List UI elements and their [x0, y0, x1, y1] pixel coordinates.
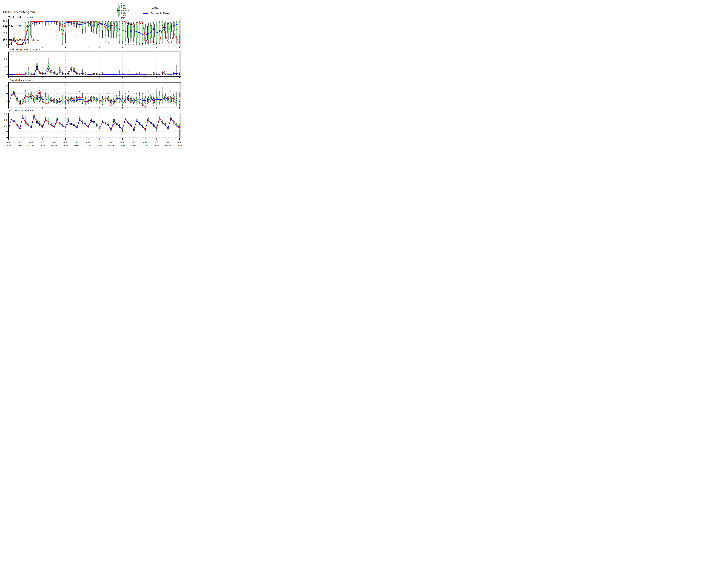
- legend-control-label: Control: [151, 7, 159, 9]
- xtick-day-label: 20Dec: [62, 144, 69, 147]
- xtick-day-label: 22Dec: [85, 144, 92, 147]
- xtick-hour-label: 00Z: [109, 141, 113, 144]
- precip-ytick-label: 20: [4, 58, 7, 60]
- xtick-day-label: 15Dec: [5, 144, 12, 147]
- xtick-day-label: 17Dec: [28, 144, 35, 147]
- xtick-hour-label: 00Z: [143, 141, 147, 144]
- legend-ensemble-mean: Ensemble Mean: [143, 12, 170, 15]
- xtick-day-label: 25Dec: [119, 144, 126, 147]
- wind-ytick-label: 4: [6, 92, 7, 95]
- xtick-day-label: 29Dec: [165, 144, 172, 147]
- xtick-day-label: 30Dec: [176, 144, 182, 147]
- temp-ytick-label: 22: [4, 136, 7, 139]
- legend-label-min: min: [121, 17, 129, 19]
- temp-ytick-label: 30: [4, 113, 7, 116]
- xtick-hour-label: 00Z: [177, 141, 182, 144]
- xtick-hour-label: 00Z: [155, 141, 159, 144]
- xtick-hour-label: 00Z: [166, 141, 170, 144]
- cloud-ytick-label: 0: [6, 44, 7, 46]
- xtick-hour-label: 00Z: [52, 141, 56, 144]
- xtick-day-label: 27Dec: [142, 144, 149, 147]
- legend-ensemble-mean-label: Ensemble Mean: [151, 12, 170, 15]
- xtick-hour-label: 00Z: [6, 141, 10, 144]
- temperature-plot: 222426283000Z15Dec00Z16Dec00Z17Dec00Z18D…: [0, 113, 182, 147]
- cloud-ytick-label: 100: [3, 20, 7, 22]
- wind-ytick-label: 6: [6, 84, 7, 87]
- legend-label-75: 75%: [121, 7, 129, 9]
- legend-label-10: 10%: [121, 14, 129, 17]
- precip-ytick-label: 10: [4, 66, 7, 68]
- xtick-hour-label: 00Z: [63, 141, 68, 144]
- boxplot-legend-labels: max 90% 75% median 25% 10% min: [121, 2, 129, 19]
- cloud-ytick-label: 50: [4, 32, 7, 34]
- temp-ytick-label: 26: [4, 125, 7, 127]
- xtick-hour-label: 00Z: [121, 141, 125, 144]
- precip-panel-title: Total precipitation (mm/6h): [8, 48, 40, 51]
- page-title: CMA-GEPS meteogram: [3, 10, 39, 15]
- cloud-cover-plot: 0255075100: [0, 19, 182, 49]
- xtick-hour-label: 00Z: [18, 141, 22, 144]
- xtick-day-label: 28Dec: [153, 144, 160, 147]
- xtick-hour-label: 00Z: [75, 141, 79, 144]
- temp-ytick-label: 24: [4, 130, 7, 133]
- cloud-ytick-label: 25: [4, 38, 7, 40]
- xtick-hour-label: 00Z: [41, 141, 45, 144]
- cloud-panel-title: Total cloud cover (%): [8, 16, 33, 19]
- legend-label-90: 90%: [121, 5, 129, 7]
- wind-boxes: [11, 85, 180, 106]
- xtick-hour-label: 00Z: [86, 141, 90, 144]
- cloud-ytick-label: 75: [4, 26, 7, 28]
- xtick-day-label: 16Dec: [17, 144, 23, 147]
- legend-label-max: max: [121, 2, 129, 5]
- xtick-day-label: 19Dec: [51, 144, 57, 147]
- xtick-hour-label: 00Z: [98, 141, 102, 144]
- precip-ytick-label: 0: [6, 73, 7, 76]
- xtick-hour-label: 00Z: [29, 141, 33, 144]
- precip-boxes: [11, 53, 180, 75]
- meteogram-page: CMA-GEPS meteogram Galle 6.03°N 80.22°E …: [0, 0, 182, 147]
- xtick-hour-label: 00Z: [132, 141, 136, 144]
- temp-panel-title: 2m temperature (°C): [8, 109, 33, 112]
- xtick-day-label: 18Dec: [40, 144, 46, 147]
- legend-label-median: median: [121, 9, 129, 12]
- wind-panel-title: 10m wind speed (m/s): [8, 79, 34, 81]
- wind-speed-plot: 246: [0, 82, 182, 109]
- xtick-day-label: 21Dec: [74, 144, 80, 147]
- legend-label-25: 25%: [121, 12, 129, 14]
- precipitation-plot: 01020: [0, 52, 182, 79]
- control-line-swatch: [143, 7, 149, 9]
- legend-control: Control: [143, 7, 159, 9]
- boxplot-legend-glyph: [117, 2, 121, 19]
- ensemble-mean-line-swatch: [143, 12, 149, 15]
- xtick-day-label: 24Dec: [108, 144, 114, 147]
- xtick-day-label: 23Dec: [96, 144, 103, 147]
- temp-ytick-label: 28: [4, 119, 7, 121]
- wind-ytick-label: 2: [6, 100, 7, 102]
- xtick-day-label: 26Dec: [130, 144, 137, 147]
